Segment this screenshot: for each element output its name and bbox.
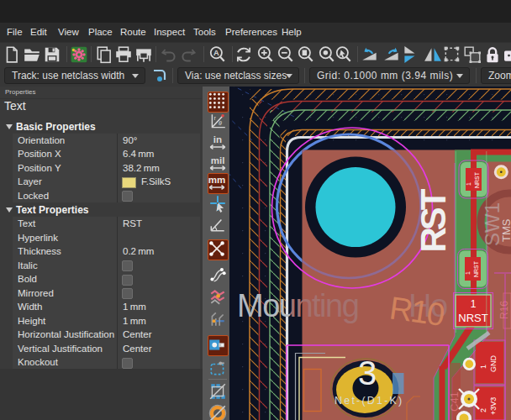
svg-text:1: 1 (466, 182, 471, 186)
svg-text:1: 1 (479, 365, 487, 369)
svg-text:R16: R16 (498, 301, 510, 319)
svg-text:R10: R10 (387, 290, 446, 333)
svg-text:r: r (214, 115, 217, 122)
svg-text:mil: mil (211, 155, 225, 165)
svg-text:RST: RST (414, 188, 453, 252)
svg-text:3: 3 (358, 354, 377, 391)
svg-text:mm: mm (208, 175, 225, 185)
svg-text:+3V3: +3V3 (489, 397, 498, 415)
svg-text:TMS: TMS (500, 218, 511, 242)
svg-text:2: 2 (479, 408, 487, 412)
svg-text:in: in (213, 134, 222, 144)
svg-text:A: A (213, 49, 219, 57)
svg-text:1: 1 (465, 271, 471, 275)
svg-text:NRST: NRST (473, 260, 479, 277)
svg-text:1: 1 (471, 298, 477, 310)
svg-text:NRST: NRST (474, 171, 480, 188)
svg-text:NRST: NRST (458, 312, 487, 324)
svg-text:GND: GND (489, 355, 498, 373)
svg-text:Net-(D1-K): Net-(D1-K) (335, 395, 403, 407)
svg-text:θ: θ (219, 120, 222, 127)
